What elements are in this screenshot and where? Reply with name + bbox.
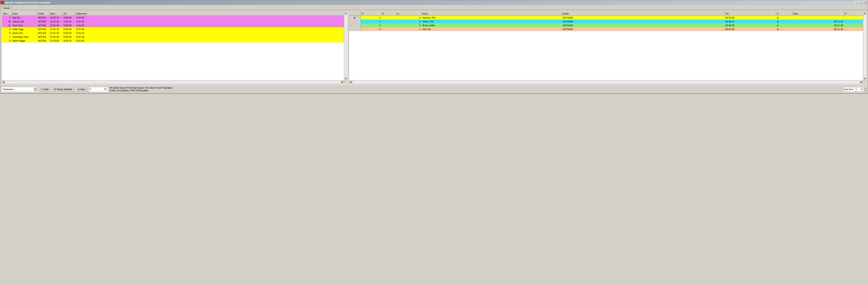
stop-startliste-button[interactable]: ⦸ Stopp startliste <box>52 87 74 92</box>
cell: 5 <box>2 27 12 31</box>
cell: 0:00:15 <box>63 20 75 23</box>
close-button[interactable]: × <box>864 1 867 4</box>
right-horizontal-scrollbar[interactable]: ◀ ▶ <box>349 80 863 84</box>
cell: Veioen Jan <box>12 20 37 23</box>
cell: 7 <box>2 35 12 39</box>
qual-time-spinner[interactable]: ▲ ▼ <box>864 87 867 91</box>
dropdown-icon[interactable]: ▼ <box>34 87 37 91</box>
cell: 9 <box>2 16 12 20</box>
cell: 0:31:45 <box>75 39 347 42</box>
right-grid[interactable]: P.ES...NavnKlubbTidSEtterP. ▶14Hansen, P… <box>349 11 866 84</box>
qual-time-value[interactable] <box>856 87 863 91</box>
number-input-value: 0 <box>90 88 91 90</box>
cell <box>349 23 361 27</box>
left-grid[interactable]: Star...NavnKlubbStart...TidDifferanse 9B… <box>2 11 347 84</box>
cell: 21:01:30 <box>49 31 63 35</box>
cell: 0:00:14 <box>63 39 75 42</box>
start-button[interactable]: ✔ Start <box>39 87 51 92</box>
right-col-header[interactable]: Navn <box>422 12 562 16</box>
qual-time-label-box[interactable] <box>843 87 856 91</box>
cell: 0:31:00 <box>75 27 347 31</box>
scroll-left-icon[interactable]: ◀ <box>349 80 352 84</box>
cell: NOTEA <box>37 23 49 27</box>
right-vertical-scrollbar[interactable]: ▲ ▼ <box>863 11 866 80</box>
scroll-right-icon[interactable]: ▶ <box>860 80 863 84</box>
left-col-header[interactable]: Differanse <box>75 12 347 16</box>
cell: 21:02:45 <box>49 23 63 27</box>
right-col-header[interactable]: S <box>776 12 792 16</box>
window: ● Speaker Testklasse Klassevise resultat… <box>0 0 868 94</box>
table-row[interactable]: 32Bruks, BalleNOTEAM00:43:30A00:11:30 <box>349 23 866 27</box>
table-row[interactable]: 9Ball OliNOTEA21:02:150:00:000:32:00 <box>2 16 347 20</box>
cell: 0:00:30 <box>63 23 75 27</box>
right-col-header[interactable]: Etter <box>792 12 844 16</box>
right-col-header[interactable]: E <box>381 12 396 16</box>
minimize-button[interactable]: _ <box>855 1 859 4</box>
left-col-header[interactable]: Navn <box>12 12 37 16</box>
cell: NOTEA <box>37 16 49 20</box>
spin-up-icon[interactable]: ▲ <box>864 87 867 89</box>
class-combo[interactable]: Testklasse ▼ <box>1 87 37 92</box>
cell: Halle Oggi <box>12 27 37 31</box>
scroll-down-icon[interactable]: ▼ <box>863 77 866 80</box>
table-row[interactable]: 8Balle RaggeNOTEA21:02:000:00:140:31:45 <box>2 39 347 42</box>
spin-down-icon[interactable]: ▼ <box>864 89 867 91</box>
table-row[interactable]: 41Voll, VerNOTEAM00:43:45A00:11:45 <box>349 27 866 31</box>
cell: Ball Oli <box>12 16 37 20</box>
hint-line-2: CTRL+S= Startlist CTRL+R Resultlist <box>110 89 173 92</box>
cell: NOTEAM <box>562 16 724 20</box>
left-panel: Star...NavnKlubbStart...TidDifferanse 9B… <box>1 11 347 84</box>
right-panel: P.ES...NavnKlubbTidSEtterP. ▶14Hansen, P… <box>349 11 867 84</box>
number-input[interactable]: 0 🗘 <box>89 87 108 92</box>
cell: 4 <box>397 16 422 20</box>
cell: 0:00:00 <box>63 16 75 20</box>
app-icon: ● <box>1 1 4 4</box>
cell: NOTEA <box>37 27 49 31</box>
scroll-left-icon[interactable]: ◀ <box>2 80 5 84</box>
left-col-header[interactable]: Klubb <box>37 12 49 16</box>
table-row[interactable]: 7Vanskelig VidarNOTEA21:01:450:00:290:31… <box>2 35 347 39</box>
titlebar: ● Speaker Testklasse Klassevise resultat… <box>0 0 868 5</box>
cell: 21:02:30 <box>49 20 63 23</box>
left-horizontal-scrollbar[interactable]: ◀ ▶ <box>2 80 344 84</box>
left-col-header[interactable]: Start... <box>49 12 63 16</box>
table-row[interactable]: 5Halle OggiNOTEA21:01:150:00:590:31:00 <box>2 27 347 31</box>
table-row[interactable]: 11Sent PaulNOTEA21:02:450:00:300:32:30 <box>2 23 347 27</box>
left-col-header[interactable]: Star... <box>2 12 12 16</box>
cell: 11 <box>2 23 12 27</box>
maximize-button[interactable]: □ <box>859 1 863 4</box>
cell: Vanskelig Vidar <box>12 35 37 39</box>
tab-detalj[interactable]: Detalj <box>1 6 12 10</box>
right-col-header[interactable]: P. <box>361 12 381 16</box>
table-row[interactable]: 6Disen PerNOTEA21:01:300:00:440:31:15 <box>2 31 347 35</box>
cell: NOTEA <box>37 39 49 42</box>
cell: 6 <box>2 31 12 35</box>
stop-button[interactable]: ⦸ Stop <box>76 87 87 92</box>
scroll-right-icon[interactable]: ▶ <box>341 80 344 84</box>
table-row[interactable]: 23Olsen, OleNOTEAM00:43:15A00:11:15 <box>349 20 866 23</box>
start-button-label: Start <box>43 88 49 90</box>
cell: NOTEAM <box>562 23 724 27</box>
table-row[interactable]: 10Veioen JanNOTEA21:02:300:00:150:32:15 <box>2 20 347 23</box>
right-col-header[interactable] <box>349 12 361 16</box>
left-vertical-scrollbar[interactable]: ▲ ▼ <box>344 11 347 80</box>
right-col-header[interactable]: S... <box>397 12 422 16</box>
cell <box>381 20 396 23</box>
cell: 1 <box>361 16 381 20</box>
no-entry-icon: ⦸ <box>54 88 56 91</box>
scroll-up-icon[interactable]: ▲ <box>344 11 347 15</box>
left-col-header[interactable]: Tid <box>63 12 75 16</box>
scroll-up-icon[interactable]: ▲ <box>863 11 866 15</box>
content-area: Star...NavnKlubbStart...TidDifferanse 9B… <box>0 10 868 85</box>
right-col-header[interactable]: Tid <box>724 12 776 16</box>
right-col-header[interactable]: Klubb <box>562 12 724 16</box>
cell: 21:01:45 <box>49 35 63 39</box>
cell: 00:11:30 <box>792 23 844 27</box>
cell: Bruks, Balle <box>422 23 562 27</box>
no-entry-icon: ⦸ <box>78 88 79 91</box>
cell: 0:31:15 <box>75 31 347 35</box>
scroll-down-icon[interactable]: ▼ <box>344 77 347 80</box>
refresh-icon[interactable]: 🗘 <box>104 88 107 91</box>
cell: 8 <box>2 39 12 42</box>
table-row[interactable]: ▶14Hansen, PerNOTEAM00:32:00A <box>349 16 866 20</box>
